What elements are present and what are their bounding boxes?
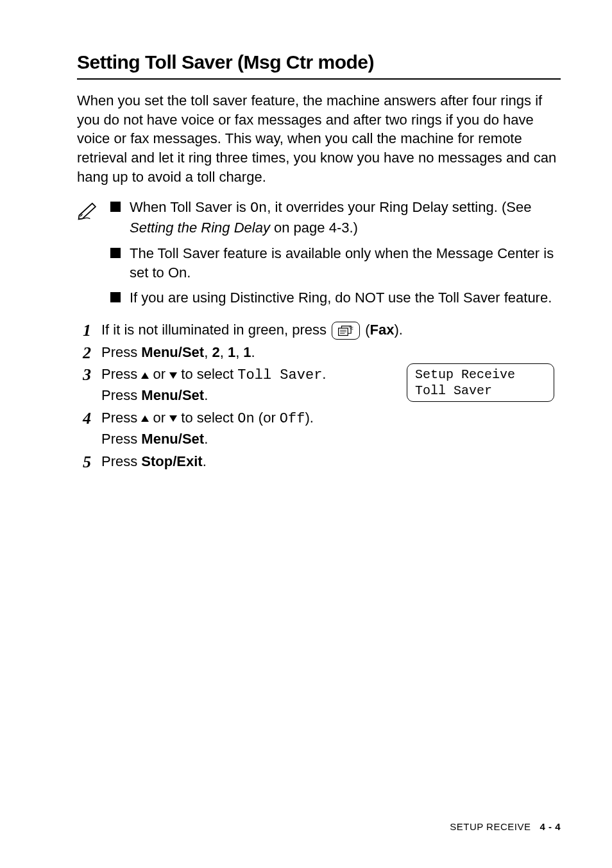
step-1-body: If it is not illuminated in green, press…: [101, 320, 561, 340]
step-4: 4 Press or to select On (or Off). Press …: [77, 408, 561, 449]
text: ,: [235, 344, 243, 360]
key-1: 1: [228, 344, 235, 360]
footer-section: SETUP RECEIVE: [450, 821, 531, 832]
text: Press: [101, 453, 141, 469]
note-block: When Toll Saver is On, it overrides your…: [77, 198, 561, 313]
code-on: On: [237, 411, 254, 427]
step-4-body: Press or to select On (or Off). Press Me…: [101, 408, 561, 449]
note-bullet-1: When Toll Saver is On, it overrides your…: [110, 198, 561, 237]
step-number: 4: [77, 408, 91, 428]
note-bullet-list: When Toll Saver is On, it overrides your…: [110, 198, 561, 313]
step-5: 5 Press Stop/Exit.: [77, 452, 561, 472]
step-number: 1: [77, 320, 91, 340]
text: .: [204, 431, 208, 447]
code-on: On: [250, 200, 267, 216]
text: Press: [101, 431, 141, 447]
step-number: 3: [77, 365, 91, 385]
key-1b: 1: [243, 344, 251, 360]
arrow-up-icon: [141, 372, 149, 379]
text: If it is not illuminated in green, press: [101, 322, 330, 338]
key-menu-set: Menu/Set: [141, 431, 204, 447]
text: .: [322, 366, 326, 382]
arrow-down-icon: [169, 372, 177, 379]
step-number: 2: [77, 343, 91, 363]
note-bullet-3: If you are using Distinctive Ring, do NO…: [110, 288, 561, 308]
text: to select: [177, 410, 237, 426]
text: Press: [101, 387, 141, 403]
text: on page 4-3.): [270, 220, 358, 236]
key-menu-set: Menu/Set: [141, 344, 204, 360]
lcd-display: Setup Receive Toll Saver: [407, 363, 554, 402]
steps-list: 1 If it is not illuminated in green, pre…: [77, 320, 561, 472]
note-bullet-2-text: The Toll Saver feature is available only…: [130, 244, 561, 282]
key-stop-exit: Stop/Exit: [141, 453, 202, 469]
text: Press: [101, 410, 141, 426]
note-bullet-1-text: When Toll Saver is On, it overrides your…: [130, 198, 561, 237]
page-footer: SETUP RECEIVE 4 - 4: [450, 821, 561, 832]
footer-page-number: 4 - 4: [540, 821, 561, 832]
step-1: 1 If it is not illuminated in green, pre…: [77, 320, 561, 340]
step-number: 5: [77, 452, 91, 472]
step-3: 3 Press or to select Toll Saver. Press M…: [77, 365, 561, 406]
arrow-up-icon: [141, 415, 149, 422]
text: (or: [255, 410, 280, 426]
step-2: 2 Press Menu/Set, 2, 1, 1.: [77, 343, 561, 363]
ref-italic: Setting the Ring Delay: [130, 220, 270, 236]
text: to select: [177, 366, 237, 382]
text: When Toll Saver is: [130, 199, 250, 215]
lcd-line-2: Toll Saver: [415, 383, 546, 399]
note-icon: [77, 198, 103, 313]
key-menu-set: Menu/Set: [141, 387, 204, 403]
bullet-icon: [110, 202, 121, 212]
fax-key-icon: [332, 322, 360, 340]
lcd-line-1: Setup Receive: [415, 367, 546, 383]
text: Press: [101, 366, 141, 382]
text: .: [204, 387, 208, 403]
key-2: 2: [212, 344, 219, 360]
code-off: Off: [280, 411, 305, 427]
fax-label: Fax: [370, 322, 395, 338]
bullet-icon: [110, 292, 121, 302]
text: or: [149, 366, 169, 382]
text: ).: [305, 410, 313, 426]
text: , it overrides your Ring Delay setting. …: [267, 199, 531, 215]
note-bullet-3-text: If you are using Distinctive Ring, do NO…: [130, 288, 561, 308]
page-heading: Setting Toll Saver (Msg Ctr mode): [77, 51, 561, 73]
text: or: [149, 410, 169, 426]
text: (: [365, 322, 370, 338]
text: ,: [220, 344, 228, 360]
text: .: [251, 344, 255, 360]
text: .: [203, 453, 207, 469]
text: Press: [101, 344, 141, 360]
text: ,: [204, 344, 212, 360]
code-toll-saver: Toll Saver: [237, 367, 322, 383]
arrow-down-icon: [169, 415, 177, 422]
intro-paragraph: When you set the toll saver feature, the…: [77, 91, 561, 186]
heading-rule: [77, 78, 561, 80]
step-2-body: Press Menu/Set, 2, 1, 1.: [101, 343, 561, 363]
text: ).: [394, 322, 402, 338]
step-5-body: Press Stop/Exit.: [101, 452, 561, 472]
bullet-icon: [110, 248, 121, 258]
note-bullet-2: The Toll Saver feature is available only…: [110, 244, 561, 282]
